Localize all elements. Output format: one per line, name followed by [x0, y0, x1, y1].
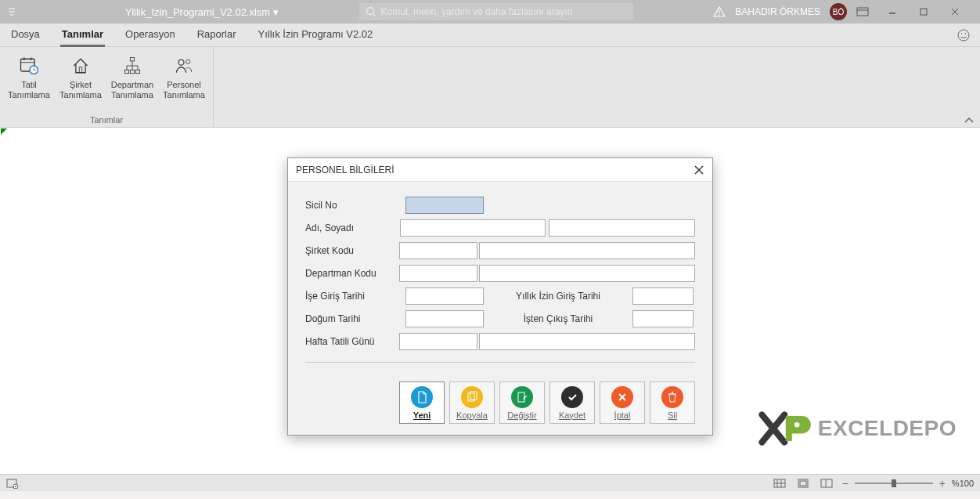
label-sirket-kodu: Şirket Kodu — [305, 245, 399, 256]
zoom-level[interactable]: %100 — [952, 479, 974, 488]
sicil-no-field[interactable] — [405, 197, 484, 214]
button-label: Kopyala — [456, 410, 488, 420]
button-label: Değiştir — [507, 410, 536, 420]
svg-rect-4 — [857, 8, 868, 16]
title-bar: Yillik_Izin_Programi_V2.02.xlsm ▾ Komut,… — [0, 0, 980, 24]
document-title: Yillik_Izin_Programi_V2.02.xlsm ▾ — [125, 6, 279, 18]
ribbon-item-label: PersonelTanımlama — [163, 80, 205, 100]
ribbon-item-label: TatilTanımlama — [8, 80, 50, 100]
collapse-ribbon-icon[interactable] — [958, 113, 980, 127]
ribbon-personel-tanimlama[interactable]: PersonelTanımlama — [158, 49, 210, 114]
iptal-button[interactable]: İptal — [600, 381, 645, 424]
ribbon-departman-tanimlama[interactable]: DepartmanTanımlama — [106, 49, 158, 114]
soyadi-field[interactable] — [549, 219, 695, 237]
zoom-in-button[interactable]: + — [939, 477, 946, 490]
people-icon — [173, 55, 195, 77]
menu-tabs: Dosya Tanımlar Operasyon Raporlar Yıllık… — [0, 24, 980, 47]
label-departman-kodu: Departman Kodu — [305, 268, 399, 279]
button-label: İptal — [614, 410, 631, 420]
label-isten-cikis: İşten Çıkış Tarihi — [484, 313, 632, 324]
departman-kodu-field[interactable] — [399, 265, 477, 282]
kaydet-button[interactable]: Kaydet — [549, 381, 595, 424]
sirket-adi-field[interactable] — [479, 242, 696, 259]
ribbon-tatil-tanimlama[interactable]: TatilTanımlama — [3, 49, 55, 114]
ise-giris-field[interactable] — [405, 287, 484, 305]
macro-record-icon[interactable] — [6, 478, 19, 489]
tab-dosya[interactable]: Dosya — [9, 24, 41, 47]
isten-cikis-field[interactable] — [632, 310, 694, 327]
zoom-slider[interactable] — [855, 483, 933, 484]
svg-line-1 — [373, 14, 376, 17]
svg-point-32 — [794, 422, 799, 427]
home-icon — [70, 55, 92, 77]
svg-point-31 — [186, 60, 190, 63]
watermark-logo: EXCELDEPO — [757, 410, 957, 447]
yeni-button[interactable]: Yeni — [399, 381, 445, 424]
tab-yillik-izin-programi[interactable]: Yıllık İzin Programı V2.02 — [257, 24, 375, 47]
hafta-tatili-adi-field[interactable] — [479, 333, 696, 350]
svg-rect-24 — [135, 70, 139, 73]
tab-tanimlar[interactable]: Tanımlar — [60, 24, 105, 47]
button-label: Yeni — [413, 410, 431, 420]
svg-point-11 — [961, 33, 963, 34]
dogum-tarihi-field[interactable] — [405, 310, 484, 327]
ribbon-item-label: DepartmanTanımlama — [111, 80, 153, 100]
button-label: Sil — [668, 410, 677, 420]
zoom-out-button[interactable]: − — [841, 477, 848, 490]
ribbon-display-options-icon[interactable] — [856, 7, 878, 16]
svg-point-10 — [958, 30, 969, 41]
cancel-icon — [611, 386, 633, 408]
edit-icon — [511, 386, 533, 408]
page-break-view-icon[interactable] — [818, 477, 835, 490]
label-hafta-tatili: Hafta Tatili Günü — [305, 336, 399, 347]
svg-rect-22 — [124, 70, 128, 73]
kopyala-button[interactable]: Kopyala — [449, 381, 495, 424]
feedback-smile-icon[interactable] — [957, 28, 971, 42]
ribbon-sirket-tanimlama[interactable]: ŞirketTanımlama — [55, 49, 106, 114]
sirket-kodu-field[interactable] — [399, 242, 477, 259]
svg-point-30 — [178, 60, 184, 65]
close-dialog-button[interactable] — [694, 165, 704, 175]
dialog-title: PERSONEL BİLGİLERİ — [296, 165, 395, 175]
page-layout-view-icon[interactable] — [794, 477, 812, 490]
minimize-button[interactable] — [888, 7, 910, 16]
adi-field[interactable] — [400, 219, 546, 237]
search-placeholder: Komut, metin, yardım ve daha fazlasını a… — [381, 6, 573, 17]
cell-indicator — [1, 128, 7, 135]
label-ise-giris: İşe Giriş Tarihi — [305, 291, 405, 302]
tab-operasyon[interactable]: Operasyon — [124, 24, 177, 47]
label-adi-soyadi: Adı, Soyadı — [305, 222, 400, 233]
svg-rect-48 — [518, 392, 524, 402]
copy-icon — [461, 386, 483, 408]
trash-icon — [661, 386, 683, 408]
maximize-button[interactable] — [919, 7, 941, 16]
dialog-titlebar[interactable]: PERSONEL BİLGİLERİ — [288, 158, 712, 182]
user-name[interactable]: BAHADIR ÖRKMES — [735, 6, 820, 17]
status-bar: − + %100 — [0, 474, 980, 491]
svg-rect-42 — [821, 479, 832, 487]
user-avatar[interactable]: BÖ — [830, 3, 847, 20]
button-label: Kaydet — [559, 410, 585, 420]
document-new-icon — [411, 386, 433, 408]
normal-view-icon[interactable] — [771, 477, 788, 490]
yillik-izin-giris-field[interactable] — [632, 287, 694, 305]
degistir-button[interactable]: Değiştir — [499, 381, 545, 424]
close-window-button[interactable] — [950, 7, 972, 16]
hafta-tatili-kodu-field[interactable] — [399, 333, 477, 350]
calendar-clock-icon — [18, 55, 40, 77]
search-box[interactable]: Komut, metin, yardım ve daha fazlasını a… — [359, 3, 633, 20]
svg-rect-23 — [130, 70, 134, 73]
svg-rect-7 — [921, 9, 927, 15]
label-dogum-tarihi: Doğum Tarihi — [305, 313, 405, 324]
svg-rect-20 — [79, 67, 82, 73]
warning-icon[interactable] — [713, 5, 726, 18]
sil-button[interactable]: Sil — [650, 381, 695, 424]
label-yillik-izin-giris: Yıllık İzin Giriş Tarihi — [484, 291, 632, 302]
tab-raporlar[interactable]: Raporlar — [196, 24, 238, 47]
ribbon: TatilTanımlama ŞirketTanımlama Departman… — [0, 47, 980, 127]
quick-access-dropdown[interactable] — [0, 8, 23, 16]
departman-adi-field[interactable] — [479, 265, 696, 282]
ribbon-group-title: Tanımlar — [3, 114, 210, 125]
svg-point-35 — [15, 486, 16, 487]
personel-bilgileri-dialog: PERSONEL BİLGİLERİ Sicil No Adı, Soyadı … — [287, 157, 713, 436]
